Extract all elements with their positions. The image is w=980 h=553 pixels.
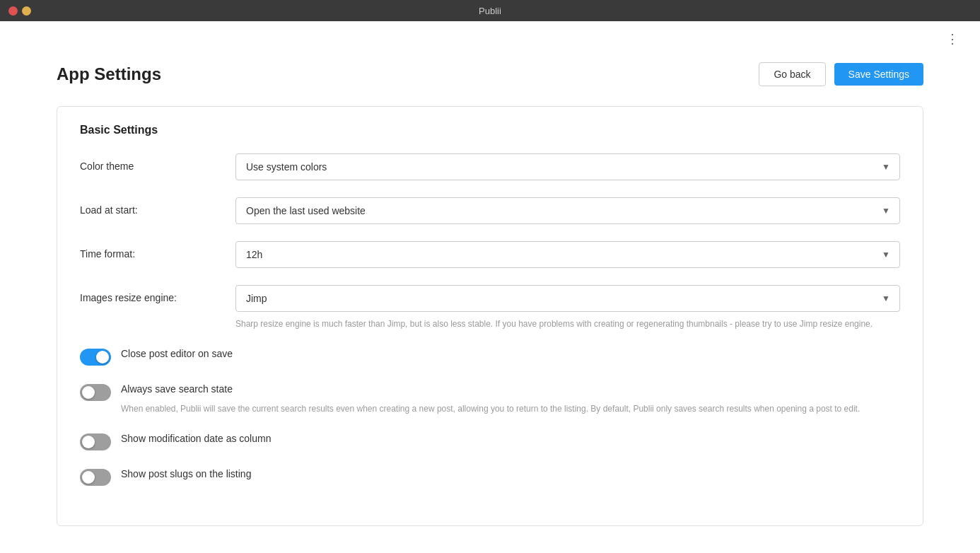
- time-format-row: Time format: 12h 24h ▼: [80, 241, 900, 268]
- titlebar-buttons: [8, 6, 31, 16]
- show-post-slugs-label: Show post slugs on the listing: [121, 467, 251, 482]
- go-back-button[interactable]: Go back: [759, 62, 825, 86]
- app-title: Publii: [479, 6, 501, 16]
- show-modification-date-track: [80, 433, 111, 450]
- close-post-editor-toggle[interactable]: [80, 349, 111, 366]
- time-format-select[interactable]: 12h 24h: [235, 241, 900, 268]
- always-save-search-toggle[interactable]: [80, 384, 111, 401]
- show-post-slugs-thumb: [82, 471, 95, 484]
- minimize-button[interactable]: [22, 6, 31, 16]
- section-title: Basic Settings: [80, 124, 900, 136]
- show-post-slugs-track: [80, 469, 111, 486]
- color-theme-control: Use system colors Light Dark ▼: [235, 153, 900, 180]
- three-dot-menu-button[interactable]: ⋮: [940, 30, 966, 48]
- images-resize-engine-row: Images resize engine: Jimp Sharp ▼ Sharp…: [80, 285, 900, 330]
- load-at-start-select[interactable]: Open the last used website Show welcome …: [235, 197, 900, 224]
- top-bar: ⋮: [0, 21, 980, 48]
- header-actions: Go back Save Settings: [759, 62, 923, 86]
- close-post-editor-wrapper: Close post editor on save: [80, 347, 233, 366]
- show-post-slugs-label-group: Show post slugs on the listing: [121, 467, 251, 482]
- always-save-search-thumb: [82, 386, 95, 399]
- titlebar: Publii: [0, 0, 980, 21]
- color-theme-select-wrapper: Use system colors Light Dark ▼: [235, 153, 900, 180]
- show-modification-date-row: Show modification date as column: [80, 432, 900, 450]
- show-modification-date-toggle[interactable]: [80, 433, 111, 450]
- images-resize-engine-select[interactable]: Jimp Sharp: [235, 285, 900, 312]
- close-post-editor-row: Close post editor on save: [80, 347, 900, 366]
- time-format-select-wrapper: 12h 24h ▼: [235, 241, 900, 268]
- show-post-slugs-row: Show post slugs on the listing: [80, 467, 900, 486]
- color-theme-select[interactable]: Use system colors Light Dark: [235, 153, 900, 180]
- save-settings-button[interactable]: Save Settings: [834, 63, 923, 86]
- time-format-control: 12h 24h ▼: [235, 241, 900, 268]
- always-save-search-help: When enabled, Publii will save the curre…: [121, 402, 860, 415]
- app-container: ⋮ App Settings Go back Save Settings Bas…: [0, 21, 980, 553]
- images-resize-engine-help: Sharp resize engine is much faster than …: [235, 318, 900, 330]
- load-at-start-control: Open the last used website Show welcome …: [235, 197, 900, 224]
- show-modification-date-wrapper: Show modification date as column: [80, 432, 271, 450]
- close-post-editor-thumb: [96, 351, 109, 363]
- close-post-editor-label-group: Close post editor on save: [121, 347, 233, 361]
- images-resize-engine-label: Images resize engine:: [80, 285, 235, 303]
- show-modification-date-thumb: [82, 436, 95, 448]
- main-content: App Settings Go back Save Settings Basic…: [0, 48, 980, 553]
- always-save-search-wrapper: Always save search state When enabled, P…: [80, 383, 860, 415]
- close-post-editor-label: Close post editor on save: [121, 347, 233, 361]
- always-save-search-row: Always save search state When enabled, P…: [80, 383, 900, 415]
- load-at-start-label: Load at start:: [80, 197, 235, 216]
- color-theme-row: Color theme Use system colors Light Dark…: [80, 153, 900, 180]
- always-save-search-track: [80, 384, 111, 401]
- images-resize-engine-select-wrapper: Jimp Sharp ▼: [235, 285, 900, 312]
- page-header: App Settings Go back Save Settings: [57, 48, 923, 86]
- color-theme-label: Color theme: [80, 153, 235, 172]
- time-format-label: Time format:: [80, 241, 235, 260]
- page-title: App Settings: [57, 64, 161, 84]
- close-post-editor-track: [80, 349, 111, 366]
- images-resize-engine-control: Jimp Sharp ▼ Sharp resize engine is much…: [235, 285, 900, 330]
- show-post-slugs-wrapper: Show post slugs on the listing: [80, 467, 251, 486]
- close-button[interactable]: [8, 6, 18, 16]
- load-at-start-select-wrapper: Open the last used website Show welcome …: [235, 197, 900, 224]
- show-modification-date-label-group: Show modification date as column: [121, 432, 271, 446]
- show-post-slugs-toggle[interactable]: [80, 469, 111, 486]
- always-save-search-label: Always save search state: [121, 383, 860, 397]
- always-save-search-label-group: Always save search state When enabled, P…: [121, 383, 860, 415]
- load-at-start-row: Load at start: Open the last used websit…: [80, 197, 900, 224]
- show-modification-date-label: Show modification date as column: [121, 432, 271, 446]
- settings-card: Basic Settings Color theme Use system co…: [57, 106, 923, 526]
